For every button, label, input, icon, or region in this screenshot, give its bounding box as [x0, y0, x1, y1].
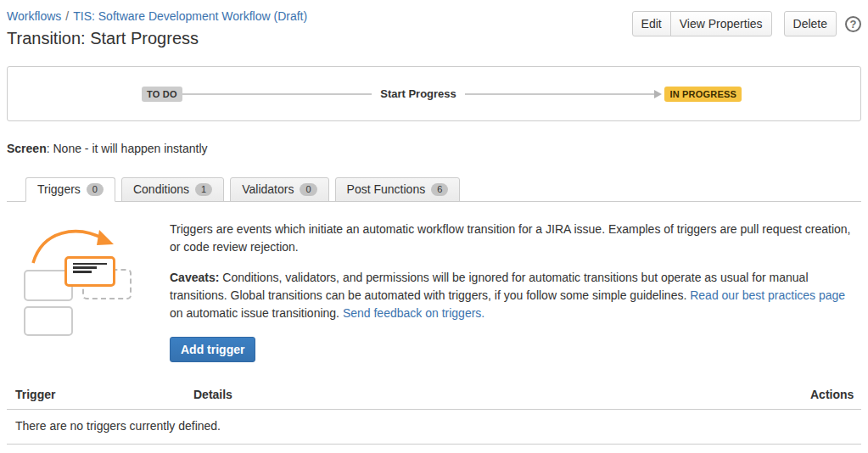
column-header-actions: Actions	[802, 384, 861, 409]
tab-validators[interactable]: Validators 0	[230, 177, 328, 202]
add-trigger-button[interactable]: Add trigger	[170, 337, 255, 362]
edit-button[interactable]: Edit	[632, 11, 671, 36]
screen-info: Screen: None - it will happen instantly	[7, 142, 861, 155]
tab-conditions-label: Conditions	[133, 182, 189, 196]
tab-post-functions-label: Post Functions	[347, 182, 426, 196]
page-header: Workflows/TIS: Software Development Work…	[7, 8, 861, 48]
breadcrumb-workflows-link[interactable]: Workflows	[7, 9, 61, 23]
screen-value: : None - it will happen instantly	[47, 142, 208, 155]
best-practices-link[interactable]: Read our best practices page	[690, 288, 845, 302]
column-header-trigger: Trigger	[7, 384, 185, 409]
tab-conditions[interactable]: Conditions 1	[121, 177, 224, 202]
to-status-lozenge: IN PROGRESS	[664, 87, 742, 102]
transition-name-label: Start Progress	[372, 87, 465, 100]
feedback-link[interactable]: Send feedback on triggers.	[343, 306, 484, 320]
tab-triggers[interactable]: Triggers 0	[25, 177, 115, 202]
transition-page: Workflows/TIS: Software Development Work…	[0, 0, 868, 445]
tab-post-functions[interactable]: Post Functions 6	[335, 177, 461, 202]
caveats-label: Caveats:	[170, 271, 219, 284]
workflow-trigger-illustration-icon	[15, 219, 160, 344]
screen-label: Screen	[7, 142, 47, 155]
transition-tabs: Triggers 0 Conditions 1 Validators 0 Pos…	[7, 177, 861, 202]
view-properties-button[interactable]: View Properties	[670, 11, 772, 36]
tab-validators-count-badge: 0	[300, 183, 316, 196]
from-status-lozenge: TO DO	[142, 87, 182, 102]
tab-post-functions-count-badge: 6	[431, 183, 448, 196]
page-title: Transition: Start Progress	[7, 29, 307, 48]
delete-button[interactable]: Delete	[784, 11, 837, 36]
transition-line-left	[182, 93, 372, 95]
help-icon[interactable]: ?	[845, 16, 861, 32]
column-header-details: Details	[185, 384, 802, 409]
transition-line-right	[465, 93, 655, 95]
caveats-text-2: on automatic issue transitioning.	[170, 306, 343, 320]
breadcrumb-workflow-link[interactable]: TIS: Software Development Workflow (Draf…	[73, 9, 307, 23]
empty-triggers-message: There are no triggers currently defined.	[7, 410, 861, 445]
toolbar: Edit View Properties Delete ?	[632, 11, 861, 36]
header-left: Workflows/TIS: Software Development Work…	[7, 8, 307, 48]
tab-triggers-count-badge: 0	[87, 183, 104, 196]
breadcrumb: Workflows/TIS: Software Development Work…	[7, 8, 307, 24]
tab-triggers-label: Triggers	[37, 182, 81, 196]
triggers-panel: Triggers are events which initiate an au…	[7, 202, 861, 362]
triggers-intro-paragraph: Triggers are events which initiate an au…	[170, 221, 861, 256]
tab-validators-label: Validators	[242, 182, 294, 196]
tab-conditions-count-badge: 1	[195, 183, 212, 196]
triggers-table: Trigger Details Actions There are no tri…	[7, 384, 861, 445]
transition-arrow-icon	[654, 90, 662, 98]
triggers-caveats-paragraph: Caveats: Conditions, validators, and per…	[170, 269, 861, 322]
transition-diagram: TO DO Start Progress IN PROGRESS	[7, 66, 861, 121]
curved-arrow-icon	[15, 219, 160, 344]
edit-button-group: Edit View Properties	[632, 11, 772, 36]
breadcrumb-separator: /	[65, 9, 69, 23]
triggers-table-header: Trigger Details Actions	[7, 384, 861, 410]
triggers-description: Triggers are events which initiate an au…	[160, 219, 861, 362]
